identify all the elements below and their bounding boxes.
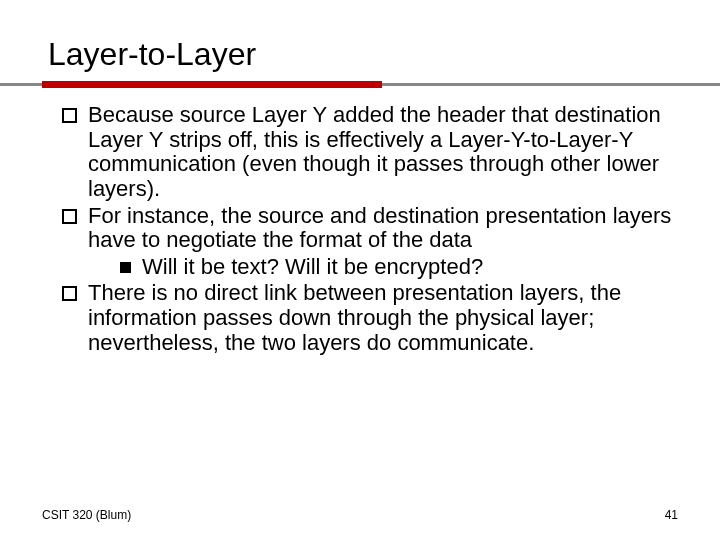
sub-bullet-item: Will it be text? Will it be encrypted? xyxy=(118,255,678,280)
footer-page-number: 41 xyxy=(665,508,678,522)
footer: CSIT 320 (Blum) 41 xyxy=(42,508,678,522)
bullet-text: Because source Layer Y added the header … xyxy=(88,102,661,201)
footer-left: CSIT 320 (Blum) xyxy=(42,508,131,522)
bullet-item: For instance, the source and destination… xyxy=(60,204,678,280)
bullet-item: Because source Layer Y added the header … xyxy=(60,103,678,202)
content-area: Because source Layer Y added the header … xyxy=(50,103,678,355)
slide: Layer-to-Layer Because source Layer Y ad… xyxy=(0,0,720,540)
sub-bullet-list: Will it be text? Will it be encrypted? xyxy=(88,255,678,280)
rule-red xyxy=(42,81,382,88)
bullet-item: There is no direct link between presenta… xyxy=(60,281,678,355)
sub-bullet-text: Will it be text? Will it be encrypted? xyxy=(142,254,483,279)
bullet-list: Because source Layer Y added the header … xyxy=(50,103,678,355)
bullet-text: There is no direct link between presenta… xyxy=(88,280,621,354)
title-rule xyxy=(42,79,678,89)
bullet-text: For instance, the source and destination… xyxy=(88,203,671,253)
slide-title: Layer-to-Layer xyxy=(48,36,678,73)
